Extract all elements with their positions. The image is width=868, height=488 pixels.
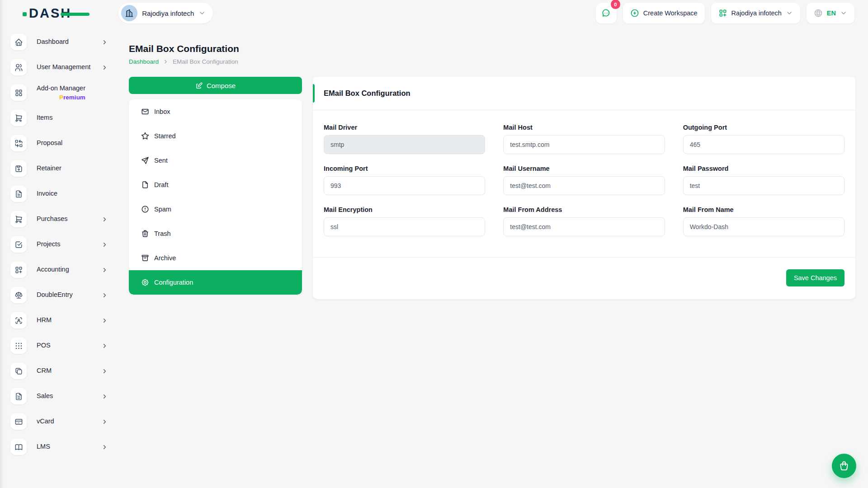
field-input[interactable]: [503, 217, 665, 236]
folder-item-sent[interactable]: Sent: [129, 148, 302, 173]
folder-item-archive[interactable]: Archive: [129, 246, 302, 270]
sidebar-item-label: LMS: [37, 442, 101, 451]
plus-circle-icon: [630, 9, 639, 18]
form-field-mail-host: Mail Host: [503, 124, 665, 154]
form-field-mail-password: Mail Password: [683, 165, 844, 195]
card-header: EMail Box Configuration: [313, 77, 855, 110]
sidebar-item-projects[interactable]: Projects: [10, 235, 120, 254]
sidebar-item-lms[interactable]: LMS: [10, 437, 120, 456]
folder-item-configuration[interactable]: Configuration: [129, 270, 302, 295]
workspace-avatar: [121, 5, 137, 21]
checkbox-icon: [10, 236, 27, 253]
card-icon: [10, 413, 27, 430]
chevron-down-icon: [786, 9, 793, 17]
sidebar-item-label: Retainer: [37, 164, 108, 173]
form-field-incoming-port: Incoming Port: [324, 165, 485, 195]
company-menu[interactable]: Rajodiya infotech: [711, 3, 800, 23]
create-workspace-label: Create Workspace: [643, 9, 698, 17]
chevron-right-icon: [101, 368, 108, 375]
file-text-icon: [10, 186, 27, 202]
compose-pencil-icon: [195, 82, 203, 89]
compose-button[interactable]: Compose: [129, 77, 302, 94]
email-config-form: Mail Driver Mail Host Outgoing Port: [313, 110, 855, 257]
sidebar-item-proposal[interactable]: Proposal: [10, 134, 120, 153]
field-input: [324, 135, 485, 154]
chevron-right-icon: [101, 241, 108, 248]
sidebar-item-retainer[interactable]: Retainer: [10, 159, 120, 178]
sidebar-item-hrm[interactable]: HRM: [10, 311, 120, 330]
field-label: Incoming Port: [324, 165, 485, 172]
sidebar-item-dashboard[interactable]: Dashboard: [10, 33, 120, 52]
sidebar-item-accounting[interactable]: Accounting: [10, 260, 120, 279]
chevron-right-icon: [101, 216, 108, 223]
field-input[interactable]: [503, 135, 665, 154]
email-config-card: EMail Box Configuration Mail Driver Mail…: [313, 77, 855, 299]
sidebar-item-vcard[interactable]: vCard: [10, 412, 120, 431]
create-workspace-button[interactable]: Create Workspace: [623, 3, 705, 23]
field-input[interactable]: [683, 135, 844, 154]
grid-plus-icon: [718, 9, 727, 18]
sidebar-item-sales[interactable]: Sales: [10, 387, 120, 406]
chevron-right-icon: [101, 317, 108, 324]
folder-item-inbox[interactable]: Inbox: [129, 99, 302, 124]
messages-button[interactable]: 0: [596, 3, 617, 23]
store-fab-button[interactable]: [832, 454, 856, 478]
form-field-mail-username: Mail Username: [503, 165, 665, 195]
field-label: Mail Driver: [324, 124, 485, 131]
folder-label: Sent: [154, 157, 168, 164]
chevron-right-icon: [101, 393, 108, 400]
language-selector[interactable]: EN: [807, 3, 854, 23]
field-input[interactable]: [324, 176, 485, 195]
breadcrumb-dashboard-link[interactable]: Dashboard: [129, 58, 159, 65]
field-input[interactable]: [503, 176, 665, 195]
book-icon: [10, 439, 27, 455]
chevron-right-icon: [101, 444, 108, 450]
gear-icon: [141, 278, 149, 286]
chevron-right-icon: [101, 39, 108, 46]
sidebar-item-pos[interactable]: POS: [10, 336, 120, 355]
company-name: Rajodiya infotech: [731, 9, 782, 17]
breadcrumb-current: EMail Box Configuration: [173, 58, 238, 65]
sidebar-item-doubleentry[interactable]: DoubleEntry: [10, 286, 120, 305]
sidebar-item-label: CRM: [37, 366, 101, 375]
card-footer: Save Changes: [313, 257, 855, 299]
folder-item-trash[interactable]: Trash: [129, 221, 302, 246]
sidebar-item-label: Invoice: [37, 189, 108, 198]
sidebar-item-crm[interactable]: CRM: [10, 361, 120, 380]
mail-icon: [141, 108, 149, 116]
field-input[interactable]: [324, 217, 485, 236]
folder-label: Inbox: [154, 108, 170, 115]
sidebar-item-user-management[interactable]: User Management: [10, 58, 120, 77]
mail-folder-column: Compose Inbox Starred: [129, 77, 302, 295]
sidebar-item-invoice[interactable]: Invoice: [10, 184, 120, 203]
folder-label: Trash: [154, 230, 171, 237]
form-field-mail-from-name: Mail From Name: [683, 206, 844, 236]
home-icon: [10, 34, 27, 50]
scale-icon: [10, 287, 27, 303]
folder-label: Draft: [154, 181, 168, 188]
alert-circle-icon: [141, 205, 149, 213]
sidebar-item-purchases[interactable]: Purchases: [10, 210, 120, 229]
logo-green-bar: [61, 13, 90, 16]
main-sidebar: Dashboard User Management Add-on Manager: [0, 33, 120, 463]
file-text-icon: [10, 388, 27, 404]
field-label: Outgoing Port: [683, 124, 844, 131]
folder-item-draft[interactable]: Draft: [129, 173, 302, 197]
sidebar-item-add-on-manager[interactable]: Add-on Manager Premium: [10, 83, 120, 102]
sidebar-item-items[interactable]: Items: [10, 108, 120, 127]
folder-label: Configuration: [154, 279, 193, 286]
messages-badge: 0: [611, 0, 620, 9]
save-changes-button[interactable]: Save Changes: [786, 269, 844, 286]
chevron-right-icon: [101, 64, 108, 71]
chevron-right-icon: [101, 343, 108, 349]
workspace-selector[interactable]: Rajodiya infotech: [118, 3, 213, 23]
folder-item-spam[interactable]: Spam: [129, 197, 302, 221]
grid-plus-icon: [10, 262, 27, 278]
field-input[interactable]: [683, 217, 844, 236]
chevron-down-icon: [840, 9, 847, 17]
chevron-right-icon: [163, 59, 169, 65]
app-logo[interactable]: DASH: [29, 6, 71, 21]
field-input[interactable]: [683, 176, 844, 195]
folder-item-starred[interactable]: Starred: [129, 124, 302, 148]
top-header: DASH Rajodiya infotech 0 Create Workspac…: [0, 0, 868, 26]
